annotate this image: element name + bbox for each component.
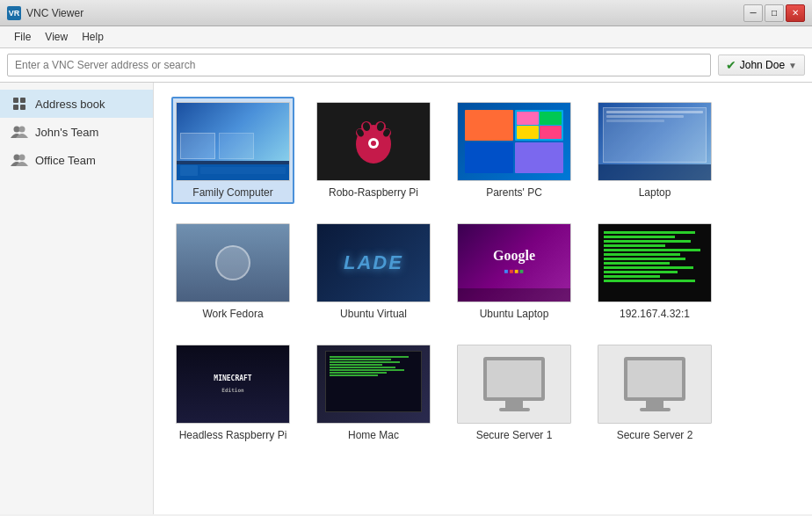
svg-point-5: [19, 127, 25, 133]
window-title: VNC Viewer: [26, 7, 743, 19]
device-grid: Family Computer: [171, 97, 794, 447]
sidebar: Address book John's Team: [0, 83, 154, 514]
svg-rect-0: [13, 98, 18, 103]
thumb-headless-raspberry: MINECRAFT Edition: [176, 345, 290, 424]
main-area: Address book John's Team: [0, 83, 812, 514]
thumb-robo-raspberry: [316, 102, 431, 181]
menu-view[interactable]: View: [38, 28, 75, 46]
menu-bar: File View Help: [0, 26, 812, 48]
maximize-button[interactable]: □: [765, 4, 784, 22]
sidebar-item-office-team[interactable]: Office Team: [0, 146, 153, 174]
device-192-ip[interactable]: 192.167.4.32:1: [593, 218, 716, 325]
team-icon-2: [11, 153, 28, 167]
label-home-mac: Home Mac: [348, 429, 399, 441]
content-area: Family Computer: [154, 83, 812, 514]
sidebar-item-address-book[interactable]: Address book: [0, 90, 153, 118]
thumb-ubuntu-laptop: Google ■ ■ ■ ■: [457, 223, 571, 302]
thumb-laptop: [598, 102, 712, 181]
title-bar: VR VNC Viewer ─ □ ✕: [0, 0, 812, 26]
user-dropdown-arrow-icon: ▼: [788, 61, 797, 70]
menu-file[interactable]: File: [7, 28, 38, 46]
svg-point-6: [14, 155, 20, 161]
thumb-family-computer: [176, 102, 290, 181]
thumb-secure-server-2: [598, 345, 712, 424]
svg-rect-1: [20, 98, 25, 103]
svg-rect-2: [13, 105, 18, 110]
label-ubuntu-laptop: Ubuntu Laptop: [480, 308, 549, 320]
thumb-secure-server-1: [457, 345, 571, 424]
svg-point-7: [19, 155, 25, 161]
device-robo-raspberry[interactable]: Robo-Raspberry Pi: [312, 97, 435, 204]
thumb-parents-pc: [457, 102, 571, 181]
user-check-icon: ✔: [726, 58, 736, 72]
device-ubuntu-virtual[interactable]: LADE Ubuntu Virtual: [312, 218, 435, 325]
device-family-computer[interactable]: Family Computer: [171, 97, 294, 204]
label-headless-raspberry: Headless Raspberry Pi: [179, 429, 287, 441]
label-secure-server-2: Secure Server 2: [617, 429, 693, 441]
label-ubuntu-virtual: Ubuntu Virtual: [340, 308, 407, 320]
device-ubuntu-laptop[interactable]: Google ■ ■ ■ ■ Ubuntu L: [453, 218, 576, 325]
sidebar-label-johns-team: John's Team: [35, 126, 98, 139]
label-robo-raspberry: Robo-Raspberry Pi: [329, 186, 418, 199]
monitor-icon-1: [483, 357, 545, 411]
svg-point-18: [371, 141, 376, 146]
label-secure-server-1: Secure Server 1: [476, 429, 553, 441]
sidebar-label-address-book: Address book: [35, 98, 105, 111]
grid-icon: [11, 97, 28, 111]
monitor-icon-2: [624, 357, 685, 411]
search-input[interactable]: [7, 54, 711, 76]
search-bar: ✔ John Doe ▼: [0, 48, 812, 83]
thumb-192-ip: [598, 223, 712, 302]
team-icon-1: [11, 125, 28, 139]
thumb-work-fedora: [176, 223, 290, 302]
device-parents-pc[interactable]: Parents' PC: [453, 97, 576, 204]
lade-text: LADE: [344, 251, 403, 274]
device-home-mac[interactable]: Home Mac: [312, 339, 435, 447]
sidebar-item-johns-team[interactable]: John's Team: [0, 118, 153, 146]
label-work-fedora: Work Fedora: [202, 308, 263, 320]
menu-help[interactable]: Help: [75, 28, 111, 46]
label-parents-pc: Parents' PC: [486, 186, 542, 199]
device-work-fedora[interactable]: Work Fedora: [171, 218, 294, 325]
thumb-home-mac: [316, 345, 431, 424]
app-icon: VR: [7, 6, 21, 20]
user-badge[interactable]: ✔ John Doe ▼: [718, 55, 805, 76]
device-secure-server-2[interactable]: Secure Server 2: [593, 339, 716, 447]
minimize-button[interactable]: ─: [743, 4, 763, 22]
thumb-ubuntu-virtual: LADE: [316, 223, 431, 302]
user-name: John Doe: [740, 59, 785, 71]
svg-point-4: [14, 127, 20, 133]
svg-rect-3: [20, 105, 25, 110]
device-headless-raspberry[interactable]: MINECRAFT Edition Headless Raspberry Pi: [171, 339, 294, 447]
label-laptop: Laptop: [639, 186, 671, 199]
rpi-logo-svg: [347, 113, 400, 171]
device-laptop[interactable]: Laptop: [593, 97, 716, 204]
close-button[interactable]: ✕: [786, 4, 805, 22]
label-192-ip: 192.167.4.32:1: [620, 308, 690, 320]
fedora-circle-icon: [215, 245, 250, 280]
label-family-computer: Family Computer: [192, 186, 272, 199]
window-controls: ─ □ ✕: [743, 4, 805, 22]
sidebar-label-office-team: Office Team: [35, 154, 96, 167]
device-secure-server-1[interactable]: Secure Server 1: [453, 339, 576, 447]
